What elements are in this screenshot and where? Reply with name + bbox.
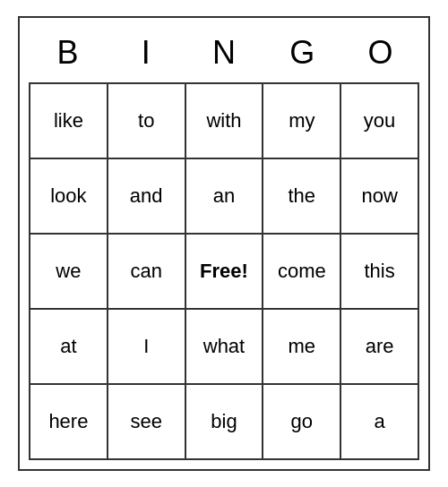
bingo-cell-r3-c2[interactable]: what <box>186 310 264 385</box>
bingo-header: BINGO <box>29 27 419 79</box>
bingo-cell-r4-c1[interactable]: see <box>108 385 186 460</box>
bingo-cell-r1-c2[interactable]: an <box>186 159 264 235</box>
bingo-cell-r1-c3[interactable]: the <box>263 159 341 235</box>
bingo-grid: liketowithmyyoulookandanthenowwecanFree!… <box>29 82 419 460</box>
header-letter-o: O <box>341 27 419 79</box>
bingo-cell-r0-c2[interactable]: with <box>186 84 264 159</box>
bingo-cell-r4-c0[interactable]: here <box>30 385 108 460</box>
bingo-cell-r0-c4[interactable]: you <box>341 84 419 159</box>
bingo-cell-r2-c4[interactable]: this <box>341 235 419 310</box>
bingo-cell-r2-c2[interactable]: Free! <box>186 235 264 310</box>
bingo-cell-r4-c4[interactable]: a <box>341 385 419 460</box>
header-letter-n: N <box>185 27 263 79</box>
bingo-cell-r3-c1[interactable]: I <box>108 310 186 385</box>
bingo-cell-r0-c0[interactable]: like <box>30 84 108 159</box>
bingo-cell-r2-c3[interactable]: come <box>263 235 341 310</box>
bingo-cell-r2-c0[interactable]: we <box>30 235 108 310</box>
bingo-cell-r4-c2[interactable]: big <box>186 385 264 460</box>
bingo-cell-r3-c3[interactable]: me <box>263 310 341 385</box>
bingo-cell-r4-c3[interactable]: go <box>263 385 341 460</box>
bingo-cell-r1-c0[interactable]: look <box>30 159 108 235</box>
header-letter-b: B <box>29 27 107 79</box>
header-letter-g: G <box>263 27 341 79</box>
bingo-cell-r3-c4[interactable]: are <box>341 310 419 385</box>
bingo-cell-r2-c1[interactable]: can <box>108 235 186 310</box>
bingo-card: BINGO liketowithmyyoulookandanthenowweca… <box>18 16 430 471</box>
bingo-cell-r1-c1[interactable]: and <box>108 159 186 235</box>
bingo-cell-r0-c1[interactable]: to <box>108 84 186 159</box>
header-letter-i: I <box>107 27 185 79</box>
bingo-cell-r0-c3[interactable]: my <box>263 84 341 159</box>
bingo-cell-r3-c0[interactable]: at <box>30 310 108 385</box>
bingo-cell-r1-c4[interactable]: now <box>341 159 419 235</box>
